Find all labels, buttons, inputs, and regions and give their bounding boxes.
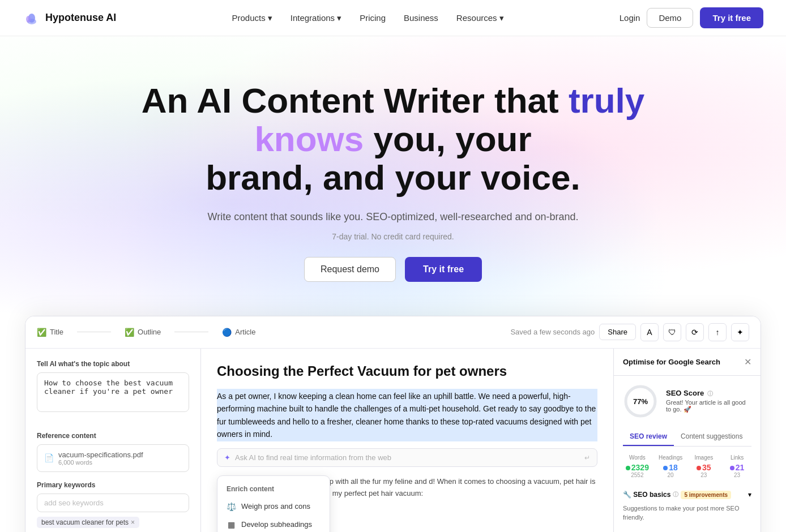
svg-point-2 [26, 16, 31, 23]
seo-basics-desc: Suggestions to make your post more SEO f… [623, 504, 751, 522]
seo-body: 77% SEO Score ⓘ Great! Your article is a… [614, 376, 761, 532]
collapse-icon: ▾ [748, 491, 751, 499]
related-keywords-section: 🔑 Related keywords ⓘ ▴ Most common terms… [623, 529, 751, 532]
reference-section: Reference content 📄 vacuum-specification… [37, 432, 189, 472]
saved-text: Saved a few seconds ago [510, 328, 595, 336]
seo-score-circle: 77% [623, 384, 658, 419]
chevron-down-icon: ▾ [499, 13, 504, 23]
topic-input[interactable]: How to choose the best vacuum cleaner if… [37, 372, 189, 412]
seo-review-tab[interactable]: SEO review [623, 428, 674, 446]
stats-grid: Words 2329 2552 Headings 18 20 [623, 454, 751, 478]
article-highlight: As a pet owner, I know keeping a clean h… [217, 389, 597, 442]
hero-title: An AI Content Writer that truly knows yo… [138, 81, 648, 198]
step-line-2 [174, 332, 208, 332]
dot-blue [663, 466, 668, 470]
nav-products[interactable]: Products ▾ [232, 13, 272, 23]
close-panel-button[interactable]: ✕ [744, 357, 751, 367]
login-button[interactable]: Login [620, 13, 640, 23]
enter-icon: ↵ [584, 454, 590, 462]
dot-purple [730, 466, 734, 470]
seo-basics-section: 🔧 SEO basics ⓘ 5 improvements ▾ Suggesti… [623, 486, 751, 522]
hero-trial: 7-day trial. No credit card required. [23, 232, 763, 241]
upload-icon-button[interactable]: ↑ [708, 323, 727, 341]
stat-images: Images 35 23 [690, 454, 719, 478]
right-panel: Optimise for Google Search ✕ 77% [613, 349, 761, 532]
keywords-section: Primary keywords add seo keywords best v… [37, 481, 189, 528]
info-icon: ⓘ [707, 391, 713, 397]
weigh-icon: ⚖️ [227, 502, 236, 511]
dot-green [626, 466, 630, 470]
file-size: 6,000 words [58, 459, 143, 466]
sparkle-icon-button[interactable]: ✦ [731, 323, 749, 341]
enrich-title: Enrich content [217, 483, 330, 497]
right-panel-title: Optimise for Google Search [623, 358, 720, 366]
file-icon: 📄 [44, 453, 54, 462]
right-panel-header: Optimise for Google Search ✕ [614, 349, 761, 376]
nav-integrations[interactable]: Integrations ▾ [291, 13, 341, 23]
seo-basics-header[interactable]: 🔧 SEO basics ⓘ 5 improvements ▾ [623, 486, 751, 504]
step-article-check-icon: 🔵 [222, 328, 232, 337]
step-article: 🔵 Article [222, 328, 255, 337]
ai-ask-icon: ✦ [224, 453, 230, 462]
chevron-down-icon: ▾ [337, 13, 341, 23]
demo-button[interactable]: Demo [647, 8, 693, 28]
nav-actions: Login Demo Try it free [620, 7, 763, 28]
file-name: vacuum-specifications.pdf [58, 451, 143, 459]
hero-buttons: Request demo Try it free [23, 257, 763, 282]
enrich-develop-subheadings[interactable]: ▦ Develop subheadings [217, 516, 330, 532]
step-outline: ✅ Outline [125, 328, 161, 337]
try-free-button[interactable]: Try it free [700, 7, 763, 28]
app-demo: ✅ Title ✅ Outline 🔵 Article Saved a few … [25, 316, 761, 532]
nav-links: Products ▾ Integrations ▾ Pricing Busine… [232, 13, 504, 23]
navbar: Hypotenuse AI Products ▾ Integrations ▾ … [0, 0, 786, 36]
chevron-down-icon: ▾ [268, 13, 272, 23]
step-outline-check-icon: ✅ [125, 328, 134, 337]
reference-file: 📄 vacuum-specifications.pdf 6,000 words [37, 444, 189, 472]
remove-keyword-button[interactable]: × [131, 518, 135, 526]
step-title-check-icon: ✅ [37, 328, 46, 337]
logo[interactable]: Hypotenuse AI [23, 9, 116, 27]
request-demo-button[interactable]: Request demo [304, 257, 396, 282]
hero-content: An AI Content Writer that truly knows yo… [23, 81, 763, 282]
ai-ask-placeholder: Ask AI to find real time information fro… [235, 453, 391, 462]
nav-business[interactable]: Business [404, 13, 438, 23]
enrich-weigh-pros[interactable]: ⚖️ Weigh pros and cons [217, 497, 330, 516]
keyword-input[interactable]: add seo keywords [37, 494, 189, 512]
left-panel: Tell AI what's the topic about How to ch… [25, 349, 201, 532]
refresh-icon-button[interactable]: ⟳ [686, 323, 704, 341]
topic-section: Tell AI what's the topic about How to ch… [37, 360, 189, 423]
info-icon: ⓘ [673, 491, 678, 499]
stat-headings: Headings 18 20 [656, 454, 685, 478]
seo-tabs: SEO review Content suggestions [623, 428, 751, 447]
try-free-hero-button[interactable]: Try it free [405, 257, 482, 282]
keyword-tag: best vacuum cleaner for pets × [37, 517, 139, 528]
step-title: ✅ Title [37, 328, 63, 337]
seo-score-label: SEO Score ⓘ [666, 389, 751, 398]
app-topbar: ✅ Title ✅ Outline 🔵 Article Saved a few … [25, 316, 761, 349]
seo-score-info: Great! Your article is all good to go. 🚀 [666, 399, 751, 413]
shield-icon-button[interactable]: 🛡 [663, 323, 681, 341]
enrich-menu: Enrich content ⚖️ Weigh pros and cons ▦ … [217, 475, 330, 532]
subheadings-icon: ▦ [227, 520, 236, 529]
reference-label: Reference content [37, 432, 189, 440]
related-keywords-header[interactable]: 🔑 Related keywords ⓘ ▴ [623, 529, 751, 532]
center-panel: Choosing the Perfect Vacuum for pet owne… [201, 349, 613, 532]
app-actions: Saved a few seconds ago Share A 🛡 ⟳ ↑ ✦ [510, 323, 749, 341]
improvements-badge: 5 improvements [681, 491, 731, 499]
app-body: Tell AI what's the topic about How to ch… [25, 349, 761, 532]
nav-pricing[interactable]: Pricing [360, 13, 386, 23]
article-title: Choosing the Perfect Vacuum for pet owne… [217, 362, 597, 380]
stat-words: Words 2329 2552 [623, 454, 652, 478]
step-line-1 [77, 332, 111, 332]
hero-subtitle: Write content that sounds like you. SEO-… [23, 211, 763, 223]
translate-icon-button[interactable]: A [640, 323, 659, 341]
hero-section: An AI Content Writer that truly knows yo… [0, 36, 786, 316]
nav-resources[interactable]: Resources ▾ [456, 13, 504, 23]
app-demo-wrapper: ✅ Title ✅ Outline 🔵 Article Saved a few … [0, 316, 786, 532]
stat-links: Links 21 23 [723, 454, 751, 478]
content-suggestions-tab[interactable]: Content suggestions [674, 428, 749, 446]
app-steps: ✅ Title ✅ Outline 🔵 Article [37, 328, 255, 337]
seo-score-row: 77% SEO Score ⓘ Great! Your article is a… [623, 384, 751, 419]
share-button[interactable]: Share [599, 324, 636, 340]
ai-ask-bar[interactable]: ✦ Ask AI to find real time information f… [217, 448, 597, 467]
